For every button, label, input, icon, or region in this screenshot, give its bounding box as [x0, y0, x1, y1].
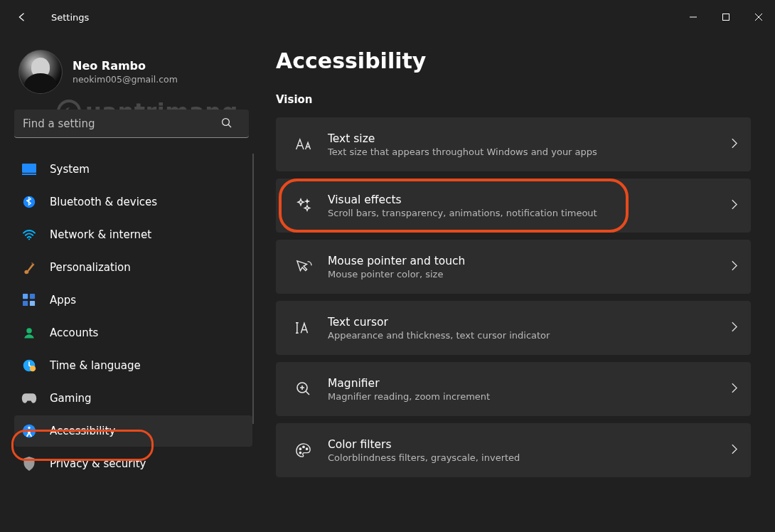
card-desc: Scroll bars, transparency, animations, n… — [328, 208, 731, 218]
main-content: Accessibility Vision Text size Text size… — [256, 34, 775, 532]
text-size-icon — [289, 137, 318, 152]
profile-block[interactable]: Neo Rambo neokim005@gmail.com — [18, 50, 253, 94]
svg-point-19 — [299, 452, 301, 453]
clock-globe-icon — [21, 358, 37, 373]
sidebar-item-time[interactable]: Time & language — [14, 350, 252, 381]
svg-point-16 — [299, 448, 301, 449]
card-title: Magnifier — [328, 377, 731, 390]
chevron-right-icon — [731, 199, 737, 213]
card-title: Color filters — [328, 438, 731, 451]
svg-rect-0 — [723, 14, 729, 21]
profile-name: Neo Rambo — [73, 59, 178, 73]
sidebar-item-label: System — [50, 163, 90, 176]
sidebar-item-network[interactable]: Network & internet — [14, 219, 252, 250]
accessibility-icon — [21, 423, 37, 439]
svg-rect-7 — [30, 294, 35, 299]
apps-icon — [21, 292, 37, 308]
window-title: Settings — [51, 12, 89, 23]
minimize-button[interactable] — [677, 5, 710, 29]
gamepad-icon — [21, 390, 37, 406]
sidebar-item-privacy[interactable]: Privacy & security — [14, 448, 252, 479]
sidebar-item-label: Accounts — [50, 326, 98, 339]
card-title: Visual effects — [328, 193, 731, 206]
card-desc: Mouse pointer color, size — [328, 269, 731, 280]
maximize-button[interactable] — [710, 5, 742, 29]
card-title: Text cursor — [328, 316, 731, 329]
svg-point-10 — [26, 328, 32, 334]
svg-point-5 — [28, 238, 30, 240]
chevron-right-icon — [731, 138, 737, 151]
chevron-right-icon — [731, 260, 737, 274]
card-magnifier[interactable]: Magnifier Magnifier reading, zoom increm… — [276, 362, 751, 416]
person-icon — [21, 325, 37, 341]
titlebar: Settings — [0, 0, 775, 34]
search-container — [14, 110, 249, 138]
shield-icon — [21, 456, 37, 472]
sidebar-item-label: Time & language — [50, 359, 141, 372]
sidebar-item-gaming[interactable]: Gaming — [14, 383, 252, 414]
card-text-size[interactable]: Text size Text size that appears through… — [276, 117, 751, 171]
card-desc: Text size that appears throughout Window… — [328, 147, 731, 157]
card-desc: Magnifier reading, zoom increment — [328, 391, 731, 402]
profile-email: neokim005@gmail.com — [73, 74, 178, 85]
card-title: Text size — [328, 132, 731, 145]
card-title: Mouse pointer and touch — [328, 255, 731, 267]
card-mouse-pointer[interactable]: Mouse pointer and touch Mouse pointer co… — [276, 240, 751, 294]
chevron-right-icon — [731, 321, 737, 335]
sidebar: Neo Rambo neokim005@gmail.com uantrimang… — [0, 34, 256, 532]
search-input[interactable] — [14, 110, 249, 138]
card-visual-effects[interactable]: Visual effects Scroll bars, transparency… — [276, 179, 751, 233]
close-button[interactable] — [742, 5, 775, 29]
sparkle-icon — [289, 197, 318, 214]
sidebar-item-personalization[interactable]: Personalization — [14, 252, 252, 283]
sidebar-item-accessibility[interactable]: Accessibility — [14, 415, 252, 447]
page-title: Accessibility — [276, 48, 751, 73]
text-cursor-icon — [289, 320, 318, 336]
chevron-right-icon — [731, 383, 737, 396]
nav: System Bluetooth & devices Network & int… — [14, 154, 253, 479]
card-desc: Appearance and thickness, text cursor in… — [328, 330, 731, 341]
palette-icon — [289, 442, 318, 458]
display-icon — [21, 161, 37, 177]
sidebar-item-label: Network & internet — [50, 228, 151, 241]
card-desc: Colorblindness filters, grayscale, inver… — [328, 452, 731, 463]
chevron-right-icon — [731, 444, 737, 457]
card-text-cursor[interactable]: Text cursor Appearance and thickness, te… — [276, 301, 751, 355]
sidebar-item-accounts[interactable]: Accounts — [14, 317, 252, 349]
section-title: Vision — [276, 93, 751, 106]
avatar — [18, 50, 63, 94]
sidebar-item-label: Personalization — [50, 261, 131, 274]
bluetooth-icon — [21, 194, 37, 210]
sidebar-item-label: Gaming — [50, 392, 92, 405]
sidebar-item-bluetooth[interactable]: Bluetooth & devices — [14, 186, 252, 218]
back-button[interactable] — [9, 4, 34, 30]
svg-rect-3 — [22, 174, 36, 175]
sidebar-item-label: Apps — [50, 294, 76, 307]
search-icon — [220, 117, 233, 132]
svg-point-12 — [30, 366, 36, 371]
svg-rect-9 — [30, 301, 35, 306]
svg-rect-2 — [22, 164, 36, 173]
card-color-filters[interactable]: Color filters Colorblindness filters, gr… — [276, 423, 751, 477]
svg-point-1 — [223, 119, 230, 126]
sidebar-item-apps[interactable]: Apps — [14, 284, 252, 316]
sidebar-item-label: Accessibility — [50, 425, 115, 437]
sidebar-item-label: Privacy & security — [50, 457, 146, 470]
sidebar-item-label: Bluetooth & devices — [50, 196, 157, 208]
settings-cards: Text size Text size that appears through… — [276, 117, 751, 477]
svg-rect-8 — [23, 301, 28, 306]
svg-point-17 — [303, 446, 304, 447]
svg-point-14 — [28, 427, 30, 429]
wifi-icon — [21, 227, 37, 243]
cursor-icon — [289, 259, 318, 275]
svg-rect-6 — [23, 294, 28, 299]
paintbrush-icon — [21, 260, 37, 275]
sidebar-item-system[interactable]: System — [14, 154, 252, 185]
magnifier-plus-icon — [289, 381, 318, 398]
svg-point-18 — [306, 448, 307, 449]
